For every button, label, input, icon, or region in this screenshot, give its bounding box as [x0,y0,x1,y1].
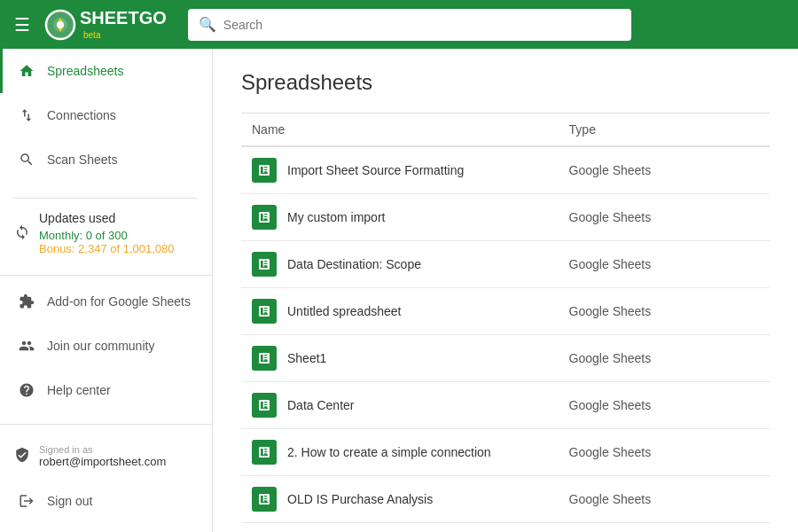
sidebar-item-label: Help center [47,383,111,397]
updates-icon [14,224,30,243]
search-input[interactable] [223,18,621,32]
sheet-icon [252,158,277,183]
search-icon: 🔍 [199,16,216,33]
main-layout: Spreadsheets Connections Scan Sheets [0,49,798,532]
home-icon [17,61,36,81]
logo: SHEETGO beta [44,9,167,41]
cell-type: Google Sheets [559,288,770,335]
sidebar-item-label: Scan Sheets [47,153,117,167]
table-row[interactable]: Import Sheet Source FormattingGoogle She… [241,146,770,194]
table-row[interactable]: Sheet1Google Sheets [241,335,770,382]
table-row[interactable]: Data Destination: ScopeGoogle Sheets [241,241,770,288]
spreadsheets-table: Name Type Import Sheet Source Formatting… [241,113,770,523]
sheet-name: Data Destination: Scope [287,257,421,271]
cell-name: Data Center [241,382,559,429]
sheet-name: Data Center [287,398,354,412]
cell-type: Google Sheets [559,476,770,523]
table-row[interactable]: Untitled spreadsheetGoogle Sheets [241,288,770,335]
sidebar-item-signout[interactable]: Sign out [0,479,212,523]
cell-name: Untitled spreadsheet [241,288,559,335]
sidebar-item-help[interactable]: Help center [0,368,212,412]
table-row[interactable]: My custom importGoogle Sheets [241,194,770,241]
logo-text: SHEETGO [80,9,167,27]
sidebar-item-label: Add-on for Google Sheets [47,294,191,309]
logo-badge: beta [83,30,100,40]
table-row[interactable]: OLD IS Purchase AnalysisGoogle Sheets [241,476,770,523]
connections-icon [17,106,36,125]
sheet-icon [252,205,277,230]
sheet-name: Untitled spreadsheet [287,304,401,318]
cell-name: Data Destination: Scope [241,241,559,288]
cell-name: My custom import [241,194,559,241]
app-header: ☰ SHEETGO beta 🔍 [0,0,798,49]
signout-icon [17,491,36,511]
verified-icon [14,447,30,466]
sidebar-item-spreadsheets[interactable]: Spreadsheets [0,49,212,93]
col-header-name: Name [241,113,559,147]
updates-monthly: Monthly: 0 of 300 [39,229,175,242]
sidebar-item-label: Spreadsheets [47,64,123,78]
sidebar-item-label: Connections [47,108,116,122]
signed-in-label: Signed in as [39,444,166,455]
cell-name: 2. How to create a simple connection [241,429,559,476]
sidebar: Spreadsheets Connections Scan Sheets [0,49,213,532]
sidebar-item-connections[interactable]: Connections [0,93,212,137]
sheet-name: 2. How to create a simple connection [287,445,491,459]
signed-in-section: Signed in as robert@importsheet.com [0,434,212,479]
table-row[interactable]: Data CenterGoogle Sheets [241,382,770,429]
sidebar-item-label: Join our community [47,339,154,353]
sheet-name: Sheet1 [287,351,326,365]
cell-name: OLD IS Purchase Analysis [241,476,559,523]
cell-name: Import Sheet Source Formatting [241,146,559,194]
signed-in-email: robert@importsheet.com [39,455,166,468]
cell-type: Google Sheets [559,429,770,476]
sheet-name: Import Sheet Source Formatting [287,163,464,177]
page-title: Spreadsheets [241,70,770,95]
updates-bonus: Bonus: 2,347 of 1,001,080 [39,242,175,255]
search-bar[interactable]: 🔍 [188,9,631,41]
col-header-type: Type [559,113,770,147]
updates-section: Updates used Monthly: 0 of 300 Bonus: 2,… [0,182,212,271]
sidebar-item-community[interactable]: Join our community [0,324,212,368]
sheet-icon [252,346,277,371]
sheet-icon [252,252,277,277]
cell-type: Google Sheets [559,194,770,241]
table-header: Name Type [241,113,770,147]
svg-point-3 [57,21,64,28]
table-row[interactable]: 2. How to create a simple connectionGoog… [241,429,770,476]
sheet-name: My custom import [287,210,385,224]
logo-icon [44,9,76,41]
cell-type: Google Sheets [559,146,770,194]
content-area: Spreadsheets Name Type Import Sheet Sour… [213,49,798,532]
sheet-icon [252,393,277,418]
sidebar-item-addon[interactable]: Add-on for Google Sheets [0,279,212,324]
sheet-name: OLD IS Purchase Analysis [287,492,433,506]
updates-title: Updates used [39,211,175,225]
scan-icon [17,150,36,169]
community-icon [17,336,36,356]
cell-type: Google Sheets [559,382,770,429]
sheet-icon [252,299,277,324]
sidebar-bottom: Signed in as robert@importsheet.com Sign… [0,424,212,532]
cell-name: Sheet1 [241,335,559,382]
help-icon [17,380,36,400]
cell-type: Google Sheets [559,335,770,382]
sheet-icon [252,440,277,465]
sheet-icon [252,487,277,512]
sidebar-item-scan-sheets[interactable]: Scan Sheets [0,137,212,182]
hamburger-icon[interactable]: ☰ [14,14,30,35]
addon-icon [17,292,36,311]
cell-type: Google Sheets [559,241,770,288]
sidebar-item-label: Sign out [47,494,92,508]
